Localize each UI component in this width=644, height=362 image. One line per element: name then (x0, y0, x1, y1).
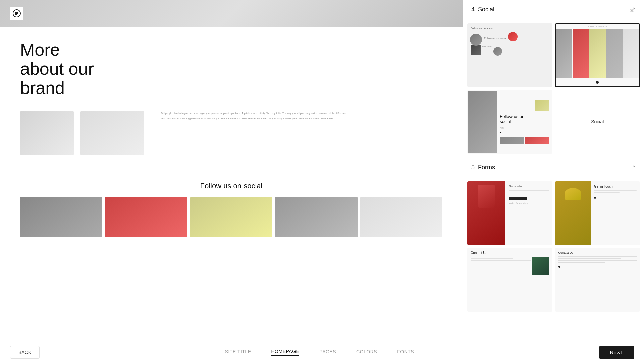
template-card-social-mosaic[interactable]: Follow us on social Follow us on social … (467, 23, 552, 87)
preview-body-text-2: Don't worry about sounding professional.… (161, 117, 442, 120)
logo-area (10, 7, 23, 20)
preview-brand-section: More about our brand Tell people about w… (0, 27, 463, 172)
tab-fonts[interactable]: FONTS (397, 349, 414, 356)
form-card-subscribe[interactable]: Subscribe scribe for updates... (467, 181, 552, 245)
social-preview-img-4 (275, 197, 357, 237)
template-card-social-plain[interactable]: Social (555, 90, 640, 154)
social-templates-grid: Follow us on social Follow us on social … (463, 19, 644, 158)
next-button[interactable]: NEXT (599, 346, 634, 359)
forms-chevron-up-icon[interactable]: ⌃ (632, 164, 636, 171)
brand-title: More about our brand (20, 40, 442, 98)
tab-site-title[interactable]: SITE TITLE (225, 349, 251, 356)
forms-section-header: 5. Forms ⌃ (463, 158, 644, 177)
preview-body-text-1: Tell people about who you are, your orig… (161, 111, 442, 115)
social-preview-img-5 (360, 197, 442, 237)
template-card-social-grid[interactable]: Follow us on social (555, 23, 640, 87)
right-panel: × 4. Social ⌃ Follow us on social Follow… (463, 0, 644, 342)
bottom-nav: BACK SITE TITLE HOMEPAGE PAGES COLORS FO… (0, 342, 644, 362)
preview-social-section: Follow us on social (0, 172, 463, 247)
forms-section-title: 5. Forms (471, 164, 495, 171)
tab-pages[interactable]: PAGES (319, 349, 336, 356)
preview-panel: More about our brand Tell people about w… (0, 0, 463, 342)
preview-top-banner (0, 0, 463, 27)
form-card-get-in-touch[interactable]: Get in Touch (555, 181, 640, 245)
nav-tabs: SITE TITLE HOMEPAGE PAGES COLORS FONTS (225, 349, 414, 356)
preview-social-grid (20, 197, 442, 237)
tab-homepage[interactable]: HOMEPAGE (271, 349, 300, 356)
back-button[interactable]: BACK (10, 346, 40, 359)
social-preview-img-3 (190, 197, 272, 237)
template-card-social-side[interactable]: Follow us onsocial hint (467, 90, 552, 154)
form-card-contact-us-2[interactable]: Contact Us (555, 248, 640, 311)
form-card-contact-us-1[interactable]: Contact Us (467, 248, 552, 311)
social-preview-img-2 (105, 197, 187, 237)
preview-social-title: Follow us on social (20, 182, 442, 190)
social-section-title: 4. Social (471, 6, 494, 13)
forms-templates-grid: Subscribe scribe for updates... (463, 177, 644, 315)
squarespace-logo-icon (10, 7, 23, 20)
social-section-header: 4. Social ⌃ (463, 0, 644, 19)
tab-colors[interactable]: COLORS (356, 349, 377, 356)
close-button[interactable]: × (627, 5, 637, 16)
forms-section: 5. Forms ⌃ Subscribe (463, 158, 644, 315)
social-section: 4. Social ⌃ Follow us on social Follow u… (463, 0, 644, 158)
social-preview-img-1 (20, 197, 102, 237)
